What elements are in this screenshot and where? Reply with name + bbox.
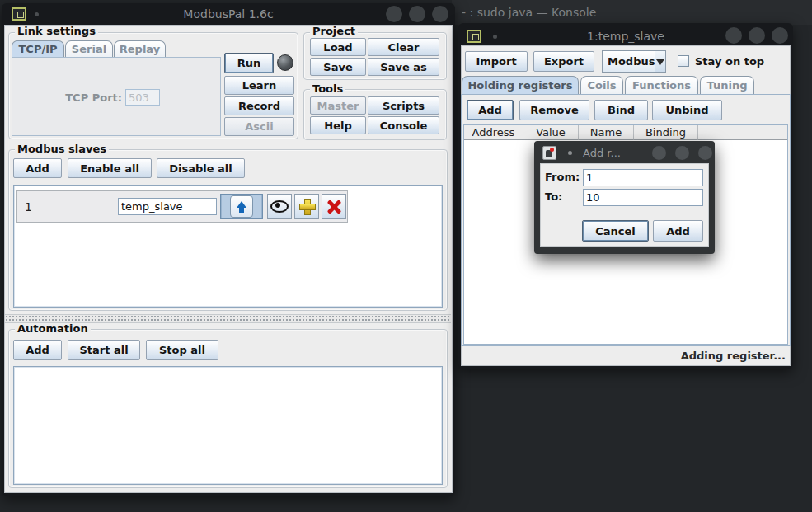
tab-functions[interactable]: Functions bbox=[625, 76, 698, 94]
run-status-led-icon bbox=[277, 54, 293, 71]
register-add-button[interactable]: Add bbox=[467, 100, 514, 120]
minimize-button[interactable] bbox=[386, 6, 402, 22]
register-bind-button[interactable]: Bind bbox=[594, 100, 648, 120]
enable-all-button[interactable]: Enable all bbox=[68, 158, 152, 178]
to-label: To: bbox=[545, 190, 562, 204]
maximize-button[interactable] bbox=[409, 6, 425, 22]
cancel-button[interactable]: Cancel bbox=[582, 220, 649, 242]
eye-icon bbox=[270, 200, 289, 213]
record-button[interactable]: Record bbox=[224, 96, 294, 115]
slave-id: 1 bbox=[25, 200, 31, 214]
tab-coils[interactable]: Coils bbox=[580, 76, 623, 94]
tab-holding-registers[interactable]: Holding registers bbox=[462, 76, 579, 94]
tab-serial[interactable]: Serial bbox=[65, 40, 113, 57]
automation-list bbox=[13, 366, 443, 485]
to-input[interactable] bbox=[583, 189, 703, 206]
arrow-up-icon bbox=[230, 195, 253, 218]
tab-tuning[interactable]: Tuning bbox=[700, 76, 754, 94]
maximize-button[interactable] bbox=[749, 27, 765, 44]
disable-all-button[interactable]: Disable all bbox=[157, 158, 245, 178]
from-label: From: bbox=[545, 171, 580, 184]
slave-add-button[interactable]: Add bbox=[13, 158, 62, 178]
stay-on-top-label: Stay on top bbox=[695, 55, 764, 68]
tcp-port-input[interactable] bbox=[125, 89, 160, 106]
close-button[interactable] bbox=[432, 6, 448, 22]
console-button[interactable]: Console bbox=[368, 116, 439, 134]
col-header-empty bbox=[698, 125, 787, 140]
dialog-title: Add r... bbox=[544, 147, 659, 159]
plus-icon bbox=[299, 199, 315, 214]
learn-button[interactable]: Learn bbox=[224, 76, 294, 95]
slave-duplicate-button[interactable] bbox=[294, 194, 319, 219]
tab-replay[interactable]: Replay bbox=[114, 40, 166, 57]
from-input[interactable] bbox=[583, 169, 703, 186]
register-remove-button[interactable]: Remove bbox=[519, 100, 589, 120]
stay-on-top-checkbox[interactable] bbox=[678, 55, 689, 67]
konsole-title: - : sudo java — Konsole bbox=[462, 6, 725, 19]
start-all-button[interactable]: Start all bbox=[68, 340, 140, 360]
run-button[interactable]: Run bbox=[224, 53, 274, 73]
slave-delete-button[interactable] bbox=[322, 194, 346, 219]
combo-selected-value: Modbus bbox=[603, 51, 655, 72]
tab-tcpip[interactable]: TCP/IP bbox=[12, 40, 64, 57]
register-unbind-button[interactable]: Unbind bbox=[652, 100, 722, 120]
ascii-button: Ascii bbox=[224, 117, 294, 136]
master-button: Master bbox=[310, 96, 366, 115]
load-button[interactable]: Load bbox=[310, 38, 366, 56]
automation-add-button[interactable]: Add bbox=[13, 340, 62, 360]
export-button[interactable]: Export bbox=[533, 51, 594, 72]
close-button[interactable] bbox=[772, 27, 788, 44]
maximize-button[interactable] bbox=[675, 146, 689, 160]
minimize-button[interactable] bbox=[725, 27, 742, 44]
slave-enable-toggle[interactable] bbox=[220, 194, 263, 219]
clear-button[interactable]: Clear bbox=[368, 38, 439, 56]
minimize-button[interactable] bbox=[652, 146, 666, 160]
col-header-binding[interactable]: Binding bbox=[634, 125, 698, 140]
modbus-mode-select[interactable]: Modbus bbox=[602, 50, 666, 73]
stop-all-button[interactable]: Stop all bbox=[146, 340, 218, 360]
col-header-value[interactable]: Value bbox=[523, 125, 579, 140]
slave-window-title: 1:temp_slave bbox=[458, 30, 793, 43]
slave-view-button[interactable] bbox=[267, 194, 292, 219]
save-button[interactable]: Save bbox=[310, 58, 366, 76]
col-header-address[interactable]: Address bbox=[464, 125, 523, 140]
status-text: Adding register... bbox=[461, 350, 786, 363]
modbus-slaves-title: Modbus slaves bbox=[15, 143, 109, 155]
link-settings-title: Link settings bbox=[15, 26, 98, 37]
automation-title: Automation bbox=[15, 323, 91, 335]
slave-name-input[interactable] bbox=[118, 198, 217, 215]
save-as-button[interactable]: Save as bbox=[368, 58, 439, 76]
import-button[interactable]: Import bbox=[465, 51, 528, 72]
x-delete-icon bbox=[326, 199, 342, 215]
tcp-port-label: TCP Port: bbox=[20, 92, 122, 105]
desktop: - : sudo java — Konsole ModbusPal 1.6c L… bbox=[0, 0, 812, 512]
col-header-name[interactable]: Name bbox=[579, 125, 634, 140]
project-title: Project bbox=[310, 26, 358, 37]
help-button[interactable]: Help bbox=[310, 116, 366, 134]
close-button[interactable] bbox=[698, 146, 712, 160]
chevron-down-icon bbox=[655, 51, 665, 72]
scripts-button[interactable]: Scripts bbox=[368, 96, 439, 115]
dialog-add-button[interactable]: Add bbox=[653, 220, 703, 242]
tools-title: Tools bbox=[310, 83, 345, 95]
